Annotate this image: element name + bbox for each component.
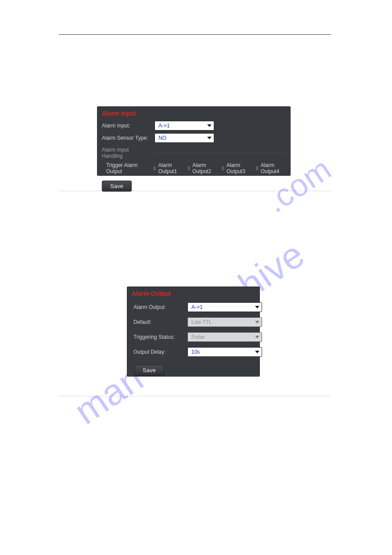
triggering-status-label: Triggering Status: xyxy=(133,334,183,340)
checkbox-icon xyxy=(221,166,225,171)
alarm-input-title: Alarm Input xyxy=(97,107,290,120)
chevron-down-icon xyxy=(255,306,259,308)
alarm-input-value: A->1 xyxy=(158,123,170,129)
trigger-output-label: Trigger Alarm Output xyxy=(102,162,150,174)
section-divider-2 xyxy=(59,396,331,396)
alarm-output-title: Alarm Output xyxy=(127,287,259,300)
page-rule-top xyxy=(59,34,331,35)
triggering-status-select: Pulse xyxy=(187,332,262,342)
alarm-output-3-label: Alarm Output3 xyxy=(227,162,248,174)
alarm-output-select[interactable]: A->1 xyxy=(187,302,262,312)
save-button[interactable]: Save xyxy=(102,181,132,192)
alarm-output-value: A->1 xyxy=(191,304,203,310)
checkbox-icon xyxy=(187,166,191,171)
checkbox-icon xyxy=(255,166,259,171)
alarm-output-4-checkbox[interactable]: Alarm Output4 xyxy=(255,162,282,174)
alarm-output-2-label: Alarm Output2 xyxy=(192,162,214,174)
chevron-down-icon xyxy=(255,321,259,323)
alarm-input-select[interactable]: A->1 xyxy=(155,121,214,131)
chevron-down-icon xyxy=(255,351,259,353)
alarm-output-panel: Alarm Output Alarm Output: A->1 Default:… xyxy=(127,287,260,377)
triggering-status-value: Pulse xyxy=(191,334,205,340)
sensor-type-value: NO xyxy=(158,135,166,141)
default-value: Low TTL xyxy=(191,319,212,325)
alarm-output-1-label: Alarm Output1 xyxy=(158,162,180,174)
alarm-output-label: Alarm Output: xyxy=(133,304,183,310)
alarm-input-panel: Alarm Input Alarm Input: A->1 Alarm Sens… xyxy=(97,106,291,176)
output-delay-select[interactable]: 10s xyxy=(187,347,262,357)
output-delay-label: Output Delay: xyxy=(133,349,183,355)
chevron-down-icon xyxy=(255,336,259,338)
alarm-output-4-label: Alarm Output4 xyxy=(261,162,282,174)
chevron-down-icon xyxy=(207,137,212,139)
checkbox-icon xyxy=(153,166,156,171)
chevron-down-icon xyxy=(207,124,212,127)
alarm-output-2-checkbox[interactable]: Alarm Output2 xyxy=(187,162,214,174)
alarm-output-1-checkbox[interactable]: Alarm Output1 xyxy=(153,162,180,174)
alarm-input-label: Alarm Input: xyxy=(102,123,150,129)
default-label: Default: xyxy=(133,319,183,325)
alarm-input-handling-label: Alarm Input Handling xyxy=(102,147,150,159)
sensor-type-label: Alarm Sensor Type: xyxy=(102,135,150,141)
default-select: Low TTL xyxy=(187,317,262,327)
output-delay-value: 10s xyxy=(191,349,200,355)
save-button[interactable]: Save xyxy=(134,365,164,376)
sensor-type-select[interactable]: NO xyxy=(155,133,214,143)
alarm-output-3-checkbox[interactable]: Alarm Output3 xyxy=(221,162,248,174)
